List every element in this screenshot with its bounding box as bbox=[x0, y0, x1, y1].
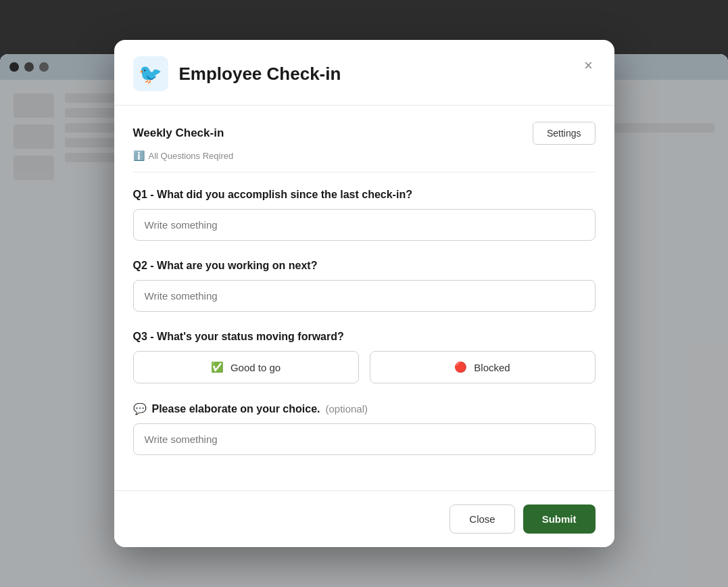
blocked-label: Blocked bbox=[474, 362, 510, 373]
question-1-label: Q1 - What did you accomplish since the l… bbox=[133, 189, 596, 201]
elaborate-label: 💬 Please elaborate on your choice. (opti… bbox=[133, 402, 596, 415]
info-text: All Questions Reqired bbox=[149, 151, 234, 161]
elaborate-main-text: Please elaborate on your choice. bbox=[152, 403, 320, 415]
close-button[interactable]: Close bbox=[450, 504, 514, 534]
elaborate-input[interactable] bbox=[133, 423, 596, 455]
modal-footer: Close Submit bbox=[114, 490, 614, 547]
question-2-block: Q2 - What are you working on next? bbox=[133, 260, 596, 312]
question-2-input[interactable] bbox=[133, 280, 596, 312]
good-to-go-button[interactable]: ✅ Good to go bbox=[133, 351, 359, 383]
modal-body: Weekly Check-in Settings ℹ️ All Question… bbox=[114, 105, 614, 490]
modal-logo: 🐦 bbox=[133, 56, 168, 91]
question-3-label: Q3 - What's your status moving forward? bbox=[133, 331, 596, 343]
blocked-button[interactable]: 🔴 Blocked bbox=[370, 351, 596, 383]
info-row: ℹ️ All Questions Reqired bbox=[133, 150, 596, 161]
good-to-go-label: Good to go bbox=[230, 362, 281, 373]
modal-header: 🐦 Employee Check-in × bbox=[114, 40, 614, 105]
elaborate-optional-text: (optional) bbox=[325, 403, 368, 415]
question-1-input[interactable] bbox=[133, 209, 596, 241]
question-1-block: Q1 - What did you accomplish since the l… bbox=[133, 189, 596, 241]
settings-button[interactable]: Settings bbox=[533, 122, 596, 145]
modal-title: Employee Check-in bbox=[179, 64, 341, 85]
info-icon: ℹ️ bbox=[133, 150, 145, 161]
question-3-block: Q3 - What's your status moving forward? … bbox=[133, 331, 596, 383]
logo-icon: 🐦 bbox=[139, 63, 162, 85]
status-buttons: ✅ Good to go 🔴 Blocked bbox=[133, 351, 596, 383]
blocked-icon: 🔴 bbox=[454, 361, 467, 373]
divider bbox=[133, 172, 596, 172]
question-2-label: Q2 - What are you working on next? bbox=[133, 260, 596, 272]
submit-button[interactable]: Submit bbox=[523, 504, 596, 534]
subheader: Weekly Check-in Settings bbox=[133, 122, 596, 145]
elaborate-icon: 💬 bbox=[133, 402, 147, 415]
elaborate-block: 💬 Please elaborate on your choice. (opti… bbox=[133, 402, 596, 455]
good-to-go-icon: ✅ bbox=[211, 361, 224, 373]
modal-wrapper: 🐦 Employee Check-in × Weekly Check-in Se… bbox=[0, 0, 728, 587]
close-icon-button[interactable]: × bbox=[579, 56, 598, 75]
employee-checkin-modal: 🐦 Employee Check-in × Weekly Check-in Se… bbox=[114, 40, 614, 547]
subheader-title: Weekly Check-in bbox=[133, 126, 224, 140]
